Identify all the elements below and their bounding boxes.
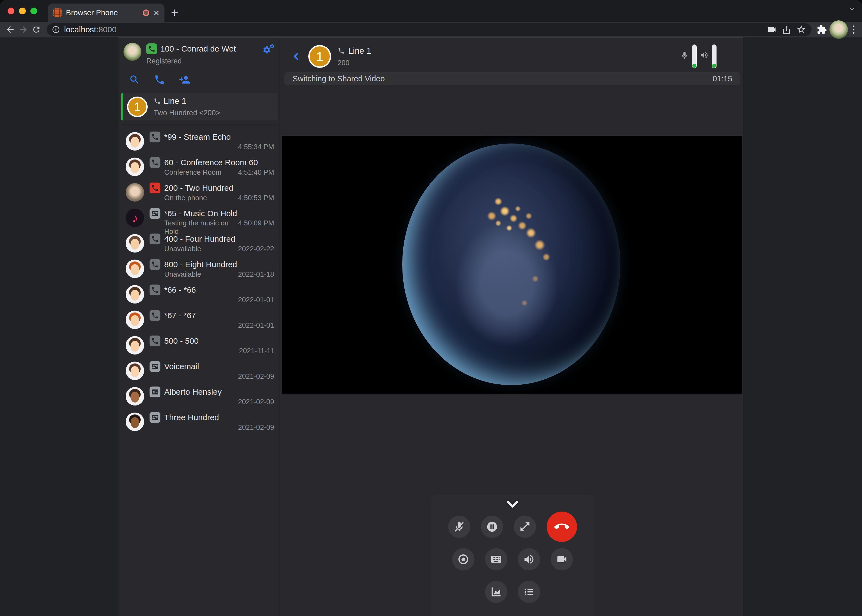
avatar [123, 43, 142, 61]
contact-title: *66 - *66 [164, 285, 196, 295]
browser-profile-avatar[interactable] [829, 20, 848, 39]
page-background: 100 - Conrad de Wet Registered [0, 38, 862, 616]
browser-toolbar: localhost:8000 [0, 22, 862, 38]
bookmark-star-icon[interactable] [796, 24, 807, 35]
video-toggle-button[interactable] [551, 548, 573, 570]
browser-menu-icon[interactable] [850, 25, 857, 34]
contact-time: 2022-01-01 [238, 295, 274, 304]
earth-night-video-frame [402, 143, 621, 385]
audio-output-button[interactable] [518, 548, 540, 570]
call-line-number-badge: 1 [308, 45, 331, 68]
url-text[interactable]: localhost:8000 [64, 25, 763, 34]
keypad-button[interactable] [485, 548, 507, 570]
list-item[interactable]: 800 - Eight Hundred Unavailable 2022-01-… [119, 256, 280, 281]
collapse-controls-chevron-icon[interactable] [431, 500, 594, 509]
list-item[interactable]: Voicemail 2021-02-09 [119, 358, 280, 383]
contact-badge-icon [150, 234, 161, 244]
share-icon[interactable] [781, 24, 792, 35]
line-number-badge: 1 [127, 97, 148, 117]
forward-button[interactable] [18, 24, 29, 35]
expand-arrows-icon [519, 521, 531, 533]
right-gutter [742, 38, 862, 616]
close-window-button[interactable] [8, 8, 14, 14]
address-bar[interactable]: localhost:8000 [47, 23, 812, 36]
tab-browser-phone[interactable]: Browser Phone × [48, 3, 164, 22]
back-button[interactable] [5, 24, 16, 35]
phone-icon [338, 47, 345, 55]
reload-button[interactable] [31, 24, 42, 35]
record-button[interactable] [452, 548, 474, 570]
list-item[interactable]: 500 - 500 2021-11-11 [119, 333, 280, 358]
list-item[interactable]: Three Hundred 2021-02-09 [119, 409, 280, 435]
list-item[interactable]: *66 - *66 2022-01-01 [119, 281, 280, 307]
hold-button[interactable] [481, 515, 503, 538]
camera-permission-icon[interactable] [766, 24, 777, 35]
site-info-icon[interactable] [52, 25, 60, 34]
avatar [126, 311, 144, 329]
left-gutter [0, 38, 118, 616]
line-subtitle: Two Hundred <200> [154, 109, 220, 117]
mic-muted-icon [453, 521, 465, 533]
minimize-window-button[interactable] [19, 8, 26, 14]
remote-video[interactable] [282, 136, 742, 394]
call-remote-number: 200 [338, 58, 674, 67]
contact-subtitle: Unavailable [164, 245, 238, 253]
contact-time: 2021-11-11 [239, 347, 274, 355]
tab-close-icon[interactable]: × [154, 9, 159, 17]
contact-time: 4:50:53 PM [238, 194, 274, 202]
contact-time: 4:50:09 PM [238, 219, 274, 227]
speaker-level-meter [712, 44, 717, 68]
window-controls[interactable] [8, 8, 37, 14]
sidebar-actions [119, 67, 280, 91]
list-item[interactable]: 60 - Conference Room 60 Conference Room … [119, 154, 280, 179]
mic-level-meter [692, 44, 697, 68]
contact-badge-icon [150, 259, 161, 270]
dial-phone-icon[interactable] [154, 74, 165, 85]
phone-icon [154, 97, 161, 105]
bullet-list-icon [523, 586, 535, 598]
profile-name: 100 - Conrad de Wet [161, 44, 236, 53]
avatar [126, 259, 144, 278]
list-item[interactable]: 400 - Four Hundred Unavailable 2022-02-2… [119, 231, 280, 256]
avatar [126, 234, 144, 253]
contact-badge-icon [150, 310, 161, 321]
settings-gears-icon[interactable] [262, 44, 275, 56]
contact-time: 2021-02-09 [238, 423, 274, 432]
expand-video-button[interactable] [514, 515, 536, 538]
window-chevron-icon[interactable] [848, 5, 856, 13]
new-tab-button[interactable]: + [171, 7, 178, 18]
list-item[interactable]: *99 - Stream Echo 4:55:34 PM [119, 129, 280, 154]
contact-badge-icon [150, 182, 161, 193]
call-stats-button[interactable] [485, 581, 507, 603]
avatar [126, 183, 144, 201]
contact-title: 400 - Four Hundred [164, 234, 235, 244]
call-options-button[interactable] [518, 581, 540, 603]
extensions-puzzle-icon[interactable] [816, 24, 827, 35]
zoom-window-button[interactable] [30, 8, 37, 14]
contact-title: *65 - Music On Hold [164, 209, 237, 218]
mute-button[interactable] [448, 515, 470, 538]
tab-favicon [53, 8, 61, 17]
list-item[interactable]: *67 - *67 2022-01-01 [119, 307, 280, 333]
registered-phone-badge-icon [146, 43, 157, 54]
contact-badge-icon [150, 387, 161, 398]
list-item[interactable]: ♪ *65 - Music On Hold Testing the music … [119, 205, 280, 231]
sidebar-line-1[interactable]: 1 Line 1 Two Hundred <200> [121, 93, 277, 121]
browser-phone-app: 100 - Conrad de Wet Registered [118, 38, 742, 616]
list-item[interactable]: Alberto Hensley 2021-02-09 [119, 383, 280, 409]
add-contact-icon[interactable] [179, 74, 190, 85]
back-chevron-icon[interactable] [291, 51, 302, 62]
divider [121, 125, 277, 125]
contact-title: 200 - Two Hundred [164, 183, 233, 193]
contact-time: 4:51:40 PM [238, 168, 274, 177]
contact-title: *67 - *67 [164, 311, 196, 320]
list-item[interactable]: 200 - Two Hundred On the phone 4:50:53 P… [119, 179, 280, 205]
contact-title: *99 - Stream Echo [164, 132, 231, 141]
call-header: 1 Line 1 200 [280, 38, 742, 68]
contact-badge-icon [150, 336, 161, 346]
end-call-button[interactable] [547, 512, 577, 542]
search-icon[interactable] [129, 74, 140, 85]
browser-window: Browser Phone × + localhost:8000 [0, 0, 862, 616]
url-port: :8000 [96, 25, 117, 34]
contact-title: Alberto Hensley [164, 387, 222, 396]
